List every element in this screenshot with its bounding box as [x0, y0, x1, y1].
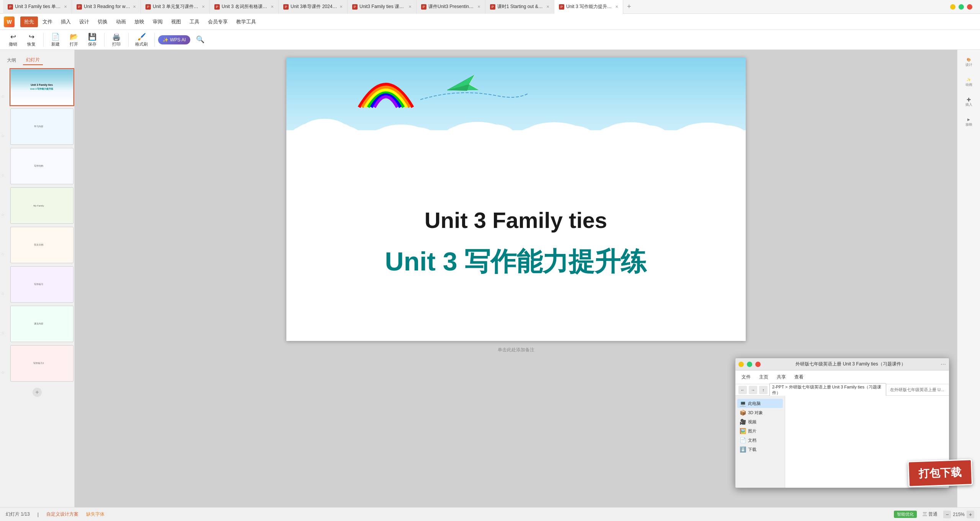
add-slide-button[interactable]: + — [33, 388, 42, 397]
slide-star-icon[interactable]: ☆ — [1, 292, 5, 296]
close-button[interactable] — [967, 4, 972, 10]
wps-ai-button[interactable]: ✨ WPS AI — [158, 35, 190, 44]
undo-button[interactable]: ↩ 撤销 — [5, 31, 21, 49]
fe-up-button[interactable]: ↑ — [759, 386, 768, 394]
redo-button[interactable]: ↪ 恢复 — [23, 31, 40, 49]
fe-minimize-button[interactable] — [738, 362, 744, 367]
fe-sidebar-3D 对象[interactable]: 📦3D 对象 — [737, 408, 783, 417]
search-button[interactable]: 🔍 — [192, 34, 209, 46]
menu-item-视图[interactable]: 视图 — [167, 16, 185, 27]
fe-forward-button[interactable]: → — [749, 386, 757, 394]
ai-badge[interactable]: 智能优化 — [894, 511, 917, 518]
print-button[interactable]: 🖨️ 打印 — [108, 31, 125, 49]
fe-sidebar-视频[interactable]: 🎥视频 — [737, 417, 783, 426]
slide-star-icon[interactable]: ☆ — [1, 134, 5, 138]
fe-settings-icon[interactable]: ⋯ — [941, 361, 946, 367]
slide-thumbnail-1[interactable]: Unit 3 Family ties Unit 3 写作能力提升练 — [10, 69, 74, 105]
slide-thumb-wrapper[interactable]: 2☆学习内容 — [2, 108, 73, 145]
slide-thumbnail-7[interactable]: 课文内容 — [10, 306, 74, 342]
tab-close-icon[interactable]: ✕ — [133, 5, 136, 9]
slide-star-icon[interactable]: ☆ — [1, 252, 5, 256]
slide-thumb-wrapper[interactable]: 4☆My Family — [2, 187, 73, 224]
menu-item-会员专享[interactable]: 会员专享 — [204, 16, 232, 27]
menu-item-active[interactable]: 抢先 — [20, 16, 38, 27]
slide-title-en: Unit 3 Family ties — [425, 207, 607, 233]
slide-star-icon[interactable]: ☆ — [1, 213, 5, 217]
design-panel-button[interactable]: 🎨 设计 — [960, 54, 977, 70]
tab-6[interactable]: PUnit3 Family ties 课文讲解课件 20...✕ — [348, 0, 416, 14]
format-brush-button[interactable]: 🖌️ 格式刷 — [132, 31, 151, 49]
slide-thumbnail-6[interactable]: 写作练习 — [10, 266, 74, 303]
slide-thumb-wrapper[interactable]: 8☆写作练习2 — [2, 345, 73, 382]
save-button[interactable]: 💾 保存 — [84, 31, 101, 49]
menu-item-教学工具[interactable]: 教学工具 — [232, 16, 260, 27]
open-button[interactable]: 📂 打开 — [65, 31, 82, 49]
slide-thumbnail-2[interactable]: 学习内容 — [10, 108, 74, 145]
tab-3[interactable]: PUnit 3 单元复习课件- 2024-2025学...✕ — [141, 0, 210, 14]
animation-panel-button[interactable]: ✨ 动画 — [960, 74, 977, 90]
download-badge[interactable]: 打包下载 — [908, 459, 973, 487]
zoom-out-button[interactable]: − — [943, 511, 951, 518]
slide-thumbnail-5[interactable]: 范文示例 — [10, 227, 74, 263]
menu-item-插入[interactable]: 插入 — [57, 16, 75, 27]
menu-item-审阅[interactable]: 审阅 — [149, 16, 167, 27]
slide-star-icon[interactable]: ☆ — [1, 370, 5, 375]
new-button[interactable]: 📄 新建 — [47, 31, 64, 49]
fe-sidebar-下载[interactable]: ⬇️下载 — [737, 445, 783, 454]
menu-item-切换[interactable]: 切换 — [94, 16, 111, 27]
slide-thumbnail-8[interactable]: 写作练习2 — [10, 345, 74, 382]
font-warning-label[interactable]: 缺失字体 — [86, 511, 105, 518]
tab-close-icon[interactable]: ✕ — [271, 5, 274, 9]
zoom-in-button[interactable]: + — [967, 511, 974, 518]
slide-star-icon[interactable]: ☆ — [1, 331, 5, 335]
tab-close-icon[interactable]: ✕ — [408, 5, 412, 9]
fe-menu-home[interactable]: 主页 — [756, 373, 771, 382]
tab-8[interactable]: P课时1 Starting out & Understar...✕ — [485, 0, 554, 14]
slide-thumbnail-3[interactable]: 写作结构 — [10, 148, 74, 184]
tab-close-icon[interactable]: ✕ — [64, 5, 67, 9]
outline-tab[interactable]: 大纲 — [4, 56, 19, 65]
menu-item-文件[interactable]: 文件 — [39, 16, 56, 27]
fe-menu-file[interactable]: 文件 — [738, 373, 754, 382]
slide-thumb-wrapper[interactable]: 3☆写作结构 — [2, 148, 73, 184]
tab-close-icon[interactable]: ✕ — [340, 5, 343, 9]
slide-star-icon[interactable]: ☆ — [1, 173, 5, 177]
fe-menu-view[interactable]: 查看 — [791, 373, 807, 382]
tab-close-icon[interactable]: ✕ — [202, 5, 205, 9]
slide-star-icon[interactable]: ☆ — [1, 94, 5, 98]
tab-9[interactable]: PUnit 3 写作能力提升练.pps×✕ — [554, 0, 623, 14]
slide-thumb-wrapper[interactable]: 5☆范文示例 — [2, 227, 73, 263]
fe-close-button[interactable] — [755, 362, 761, 367]
slide-thumbnail-4[interactable]: My Family — [10, 187, 74, 224]
minimize-button[interactable] — [950, 4, 956, 10]
fe-maximize-button[interactable] — [747, 362, 752, 367]
slides-tab[interactable]: 幻灯片 — [23, 56, 43, 65]
menu-item-设计[interactable]: 设计 — [75, 16, 93, 27]
slide-thumb-wrapper[interactable]: 6☆写作练习 — [2, 266, 73, 303]
tab-5[interactable]: PUnit 3单导课件 2024-2025学年外...✕ — [279, 0, 348, 14]
menu-item-放映[interactable]: 放映 — [131, 16, 148, 27]
fe-sidebar-此电脑[interactable]: 💻此电脑 — [737, 399, 783, 408]
tab-close-icon[interactable]: ✕ — [546, 5, 549, 9]
tab-close-icon[interactable]: ✕ — [477, 5, 480, 9]
menu-item-工具[interactable]: 工具 — [186, 16, 203, 27]
insert-panel-button[interactable]: ➕ 插入 — [960, 93, 977, 110]
fe-path-input[interactable]: 2-PPT > 外研版七年级英语上册 Unit 3 Family ties（习题… — [769, 383, 886, 397]
tab-2[interactable]: PUnit 3 Reading for writing 课件✕ — [72, 0, 141, 14]
menu-item-动画[interactable]: 动画 — [112, 16, 130, 27]
fe-sidebar-文档[interactable]: 📄文档 — [737, 436, 783, 445]
maximize-button[interactable] — [959, 4, 964, 10]
slideshow-panel-button[interactable]: ▶ 放映 — [960, 113, 977, 130]
tab-1[interactable]: PUnit 3 Family ties 单词/闪卡课件-20...✕ — [3, 0, 72, 14]
slide-note-area[interactable]: 单击此处添加备注 — [286, 345, 746, 355]
fe-back-button[interactable]: ← — [738, 386, 747, 394]
fe-menu-share[interactable]: 共享 — [774, 373, 789, 382]
tab-7[interactable]: P课件Unit3 Presenting ideas: Refi...✕ — [416, 0, 485, 14]
fe-sidebar-图片[interactable]: 🖼️图片 — [737, 426, 783, 436]
tab-4[interactable]: PUnit 3 名词所有格课件2024-2025学...✕ — [210, 0, 279, 14]
tab-close-icon[interactable]: ✕ — [615, 5, 618, 9]
slide-thumb-wrapper[interactable]: 7☆课文内容 — [2, 306, 73, 342]
slide-thumb-wrapper[interactable]: 1☆ Unit 3 Family ties Unit 3 写作能力提升练 — [2, 69, 73, 105]
design-scheme-value[interactable]: 自定义设计方案 — [46, 511, 78, 518]
new-tab-button[interactable]: + — [623, 3, 635, 11]
